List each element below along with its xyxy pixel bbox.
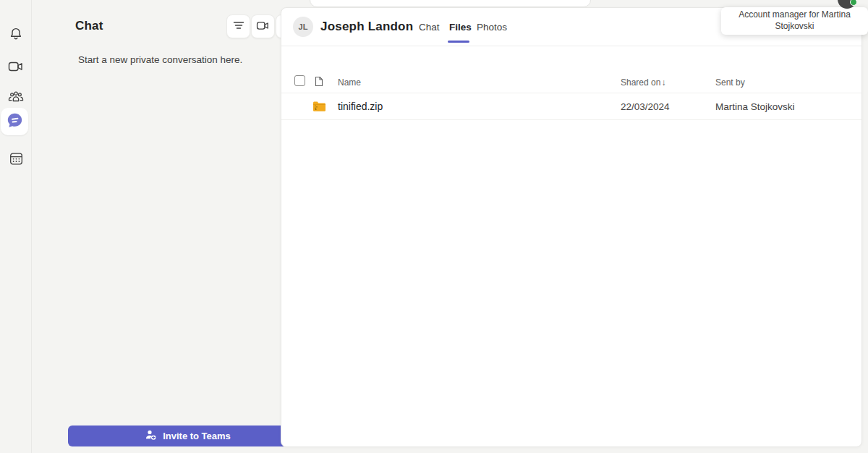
chat-empty-state-text: Start a new private conversation here. [78,54,242,65]
avatar[interactable]: JL [293,17,313,37]
file-name: tinified.zip [338,101,383,112]
file-shared-on: 22/03/2024 [621,101,670,112]
column-header-sent-by[interactable]: Sent by [715,77,745,88]
invite-to-teams-button[interactable]: Invite to Teams [68,426,307,446]
rail-item-meet[interactable] [0,53,32,80]
presence-available-indicator [850,0,857,6]
bell-icon [9,27,23,41]
rail-item-community[interactable] [0,83,32,111]
sort-descending-icon: ↓ [661,77,665,88]
tab-photos[interactable]: Photos [477,22,507,33]
header-divider [281,46,861,46]
people-icon [8,90,24,104]
avatar-initials: JL [299,22,308,31]
zip-folder-icon [312,101,326,115]
tooltip-text: Account manager for Martina Stojkovski [730,9,859,32]
search-bar[interactable] [310,0,591,7]
chat-panel-title: Chat [75,19,103,33]
column-header-shared-on[interactable]: Shared on↓ [621,77,665,88]
select-all-checkbox[interactable] [294,75,305,86]
video-camera-icon [8,60,24,73]
teams-window: Chat Start a [0,0,868,453]
tab-files[interactable]: Files [449,22,472,33]
filter-icon [233,20,244,33]
invite-to-teams-label: Invite to Teams [163,431,231,441]
active-tab-indicator [448,41,469,43]
rail-item-calendar[interactable] [0,145,32,172]
column-header-name[interactable]: Name [338,77,361,88]
conversation-title: Joseph Landon [320,20,413,34]
video-camera-icon [256,20,270,33]
meet-now-button[interactable] [251,14,275,38]
conversation-panel: JL Joseph Landon Chat Files Photos Name … [281,7,862,447]
chat-bubble-icon [7,112,23,132]
calendar-icon [9,152,23,166]
app-rail [0,0,32,453]
tooltip: Account manager for Martina Stojkovski [721,7,868,35]
rail-item-chat[interactable] [1,108,28,135]
person-add-icon [145,429,157,443]
chat-list-panel: Chat Start a [32,0,281,453]
file-type-column-icon [315,76,323,90]
file-sent-by: Martina Stojkovski [715,101,795,112]
file-row[interactable]: tinified.zip 22/03/2024 Martina Stojkovs… [281,93,861,120]
tab-chat[interactable]: Chat [419,22,440,33]
filter-button[interactable] [226,14,250,38]
rail-item-activity[interactable] [0,20,32,48]
